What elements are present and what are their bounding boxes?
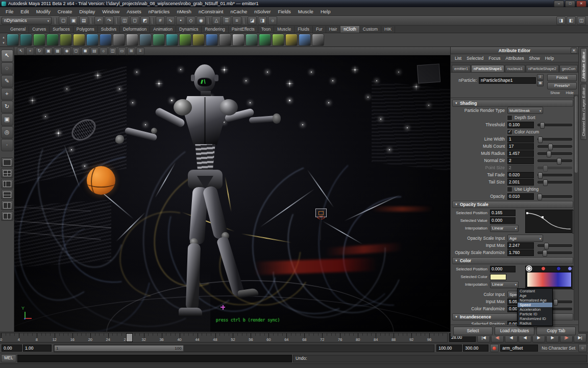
shelf-icon-9[interactable]	[113, 34, 125, 46]
list-inputs-icon[interactable]: ≡	[232, 16, 241, 25]
close-icon[interactable]: ✕	[571, 48, 577, 54]
panel-tab-channel-box-layer-editor[interactable]: Channel Box / Layer Editor	[580, 84, 587, 140]
dropdown-option-normalized-age[interactable]: Normalized Age	[518, 298, 552, 303]
node-name-field[interactable]: nParticleShape1	[479, 77, 536, 84]
shelf-tab-curves[interactable]: Curves	[29, 26, 50, 33]
group-separator[interactable]	[55, 17, 57, 24]
panel-tab-attribute-editor[interactable]: Attribute Editor	[580, 48, 587, 82]
shelf-icon-11[interactable]	[139, 34, 152, 46]
focus-button[interactable]: Focus	[547, 74, 577, 81]
shelf-icon-2[interactable]	[20, 34, 32, 46]
camera-icon[interactable]: ◉	[63, 48, 71, 55]
slider-handle[interactable]	[557, 158, 561, 165]
ae-tab-geocon[interactable]: geoCon	[559, 65, 578, 72]
hide-toggle[interactable]: Hide	[566, 90, 574, 95]
menu-create[interactable]: Create	[54, 8, 76, 15]
group-separator[interactable]	[90, 17, 92, 24]
multi-radius-slider[interactable]	[537, 152, 572, 155]
wireframe-icon[interactable]: ◻	[72, 48, 80, 55]
attribute-editor-scrollbar[interactable]	[574, 95, 578, 320]
dropdown-option-particle-id[interactable]: Particle ID	[518, 312, 552, 316]
shaded-icon[interactable]: ◼	[81, 48, 89, 55]
outliner-persp-layout[interactable]	[1, 211, 13, 221]
shelf-tab-dynamics[interactable]: Dynamics	[176, 26, 202, 33]
render-settings-icon[interactable]: ☼	[268, 16, 277, 25]
animation-preferences-icon[interactable]: ☼	[578, 344, 587, 352]
animation-start-field[interactable]: 0.00	[2, 344, 22, 352]
construction-history-icon[interactable]: ☰	[222, 16, 231, 25]
shelf-tab-painteffects[interactable]: PaintEffects	[229, 26, 258, 33]
selected-position-field[interactable]: 0.165	[490, 210, 516, 216]
ae-tab-nparticleshape1[interactable]: nParticleShape1	[471, 65, 504, 72]
point-size-field[interactable]: 2	[507, 165, 534, 171]
menu-nmesh[interactable]: nMesh	[173, 8, 195, 15]
interpolation-dropdown[interactable]: Linear▾	[490, 281, 519, 288]
character-field[interactable]: arm_offset	[500, 344, 538, 352]
select-by-component-icon[interactable]: ◩	[140, 16, 150, 25]
paint-select-tool[interactable]: ✎	[1, 75, 13, 87]
four-pane-layout[interactable]	[1, 168, 13, 178]
tail-fade-slider[interactable]	[537, 174, 572, 176]
ae-tab-emitter1[interactable]: emitter1	[452, 65, 471, 72]
shelf-icon-22[interactable]	[285, 34, 298, 46]
opacity-slider[interactable]	[537, 195, 572, 198]
multi-radius-field[interactable]: 1.457	[507, 150, 534, 157]
playback-end-field[interactable]: 100.00	[436, 344, 462, 352]
minimize-button[interactable]: –	[554, 1, 564, 7]
tail-size-slider[interactable]	[537, 181, 572, 183]
isolate-icon[interactable]: ◫	[109, 48, 117, 55]
menu-fields[interactable]: Fields	[274, 8, 294, 15]
ae-tab-nparticleshape2[interactable]: nParticleShape2	[526, 65, 559, 72]
shelf-tab-subdivs[interactable]: Subdivs	[98, 26, 120, 33]
shelf-tab-rendering[interactable]: Rendering	[202, 26, 228, 33]
menu-window[interactable]: Window	[99, 8, 123, 15]
undo-icon[interactable]: ↶	[94, 16, 104, 25]
shelf-tab-fluids[interactable]: Fluids	[295, 26, 313, 33]
move-icon[interactable]: +	[26, 48, 34, 55]
multi-count-field[interactable]: 17	[507, 143, 534, 150]
ae-menu-list[interactable]: List	[452, 56, 464, 61]
menu-set-dropdown[interactable]: nDynamics ▾	[2, 17, 52, 25]
selected-color-swatch[interactable]	[490, 274, 506, 280]
snap-to-grid-icon[interactable]: #	[156, 16, 165, 25]
mel-toggle-button[interactable]: MEL	[1, 354, 16, 362]
multi-count-slider[interactable]	[537, 145, 572, 148]
select-button[interactable]: Select	[453, 327, 493, 335]
rotate-icon[interactable]: ↻	[35, 48, 43, 55]
menu-modify[interactable]: Modify	[33, 8, 54, 15]
shelf-tab-general[interactable]: General	[7, 26, 29, 33]
dropdown-option-age[interactable]: Age	[518, 293, 552, 298]
last-tool[interactable]: ·	[1, 139, 13, 151]
animation-end-field[interactable]: 300.00	[463, 344, 488, 352]
opacity-scale-randomize-field[interactable]: 1.760	[507, 249, 534, 256]
ramp-handle[interactable]	[541, 266, 546, 271]
normal-dir-field[interactable]: 2	[507, 157, 534, 164]
single-pane-layout[interactable]	[1, 157, 13, 167]
toggle-channel-box-icon[interactable]: ◫	[577, 16, 586, 25]
copy-tab-button[interactable]: Copy Tab	[536, 327, 576, 335]
ae-menu-help[interactable]: Help	[543, 56, 556, 61]
section-shading[interactable]: ▼Shading	[452, 100, 573, 107]
ae-tab-nucleus1[interactable]: nucleus1	[505, 65, 525, 72]
film-gate-icon[interactable]: ▭	[118, 48, 126, 55]
node-graph-icon[interactable]: ▦	[537, 80, 544, 86]
ipr-render-icon[interactable]: ◨	[258, 16, 267, 25]
range-slider-bar[interactable]: 1 100	[54, 345, 184, 352]
slider-handle[interactable]	[537, 194, 542, 200]
slider-handle[interactable]	[540, 122, 545, 129]
shelf-switch-arrows[interactable]: ▲▼	[1, 34, 6, 45]
dropdown-option-speed[interactable]: Speed	[518, 303, 552, 307]
toggle-tool-settings-icon[interactable]: ◧	[567, 16, 576, 25]
shelf-tab-animation[interactable]: Animation	[150, 26, 176, 33]
ae-menu-focus[interactable]: Focus	[486, 56, 503, 61]
ramp-handle[interactable]	[556, 266, 561, 271]
shelf-icon-10[interactable]	[126, 34, 138, 46]
menu-file[interactable]: File	[2, 8, 17, 15]
shelf-icon-19[interactable]	[246, 34, 258, 46]
tail-fade-field[interactable]: 0.020	[507, 172, 534, 178]
menu-muscle[interactable]: Muscle	[295, 8, 317, 15]
move-tool[interactable]: +	[1, 88, 13, 100]
shelf-icon-4[interactable]	[46, 34, 59, 46]
select-by-hierarchy-icon[interactable]: ◫	[120, 16, 129, 25]
close-button[interactable]: ✕	[576, 1, 586, 7]
